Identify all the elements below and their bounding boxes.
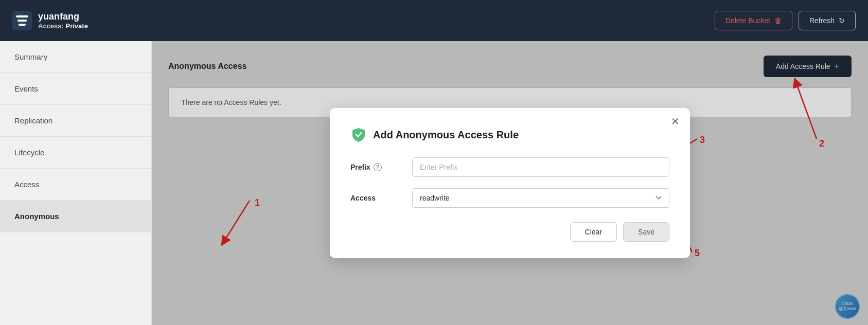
modal-footer: Clear Save	[350, 222, 669, 242]
sidebar-item-replication[interactable]: Replication	[0, 105, 151, 137]
sidebar-item-lifecycle[interactable]: Lifecycle	[0, 137, 151, 169]
logo-area: yuanfang Access: Private	[12, 11, 88, 30]
app-logo	[12, 11, 32, 30]
access-row: Access readwrite readonly writeonly none	[350, 188, 669, 208]
sidebar-item-summary[interactable]: Summary	[0, 41, 151, 73]
modal-title: Add Anonymous Access Rule	[373, 129, 519, 141]
delete-bucket-button[interactable]: Delete Bucket 🗑	[715, 11, 792, 30]
header: yuanfang Access: Private Delete Bucket 🗑…	[0, 0, 868, 41]
refresh-icon: ↻	[839, 16, 845, 25]
trash-icon: 🗑	[774, 16, 782, 25]
sidebar-item-access[interactable]: Access	[0, 169, 151, 201]
sidebar: Summary Events Replication Lifecycle Acc…	[0, 41, 152, 325]
logo-line-3	[19, 24, 26, 26]
sidebar-item-anonymous[interactable]: Anonymous	[0, 201, 151, 232]
logo-line-2	[17, 20, 27, 22]
sidebar-item-events[interactable]: Events	[0, 73, 151, 105]
header-actions: Delete Bucket 🗑 Refresh ↻	[715, 11, 856, 30]
access-label: Access	[350, 194, 412, 202]
bucket-name: yuanfang	[38, 11, 88, 22]
bucket-info: yuanfang Access: Private	[38, 11, 88, 30]
prefix-row: Prefix ?	[350, 157, 669, 177]
modal-close-button[interactable]: ✕	[671, 116, 680, 127]
clear-button[interactable]: Clear	[570, 222, 617, 242]
shield-icon	[350, 127, 367, 143]
add-rule-modal: ✕ Add Anonymous Access Rule Prefix ?	[330, 108, 690, 258]
prefix-input[interactable]	[412, 157, 669, 177]
prefix-label: Prefix ?	[350, 163, 412, 171]
modal-overlay: ✕ Add Anonymous Access Rule Prefix ?	[152, 41, 868, 325]
save-button[interactable]: Save	[623, 222, 669, 242]
content-area: Anonymous Access Add Access Rule + There…	[152, 41, 868, 325]
main-layout: Summary Events Replication Lifecycle Acc…	[0, 41, 868, 325]
bucket-access: Access: Private	[38, 22, 88, 30]
prefix-help-icon[interactable]: ?	[374, 163, 382, 171]
access-select[interactable]: readwrite readonly writeonly none	[412, 188, 669, 208]
refresh-button[interactable]: Refresh ↻	[799, 11, 856, 30]
logo-line-1	[16, 15, 28, 17]
modal-title-row: Add Anonymous Access Rule	[350, 127, 669, 143]
